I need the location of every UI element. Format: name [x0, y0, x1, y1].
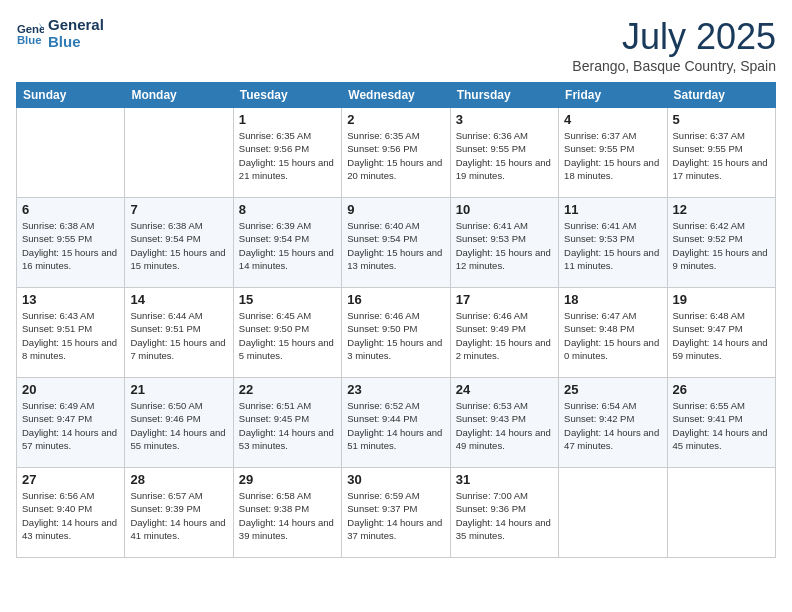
- day-info: Sunrise: 6:36 AMSunset: 9:55 PMDaylight:…: [456, 129, 553, 182]
- day-number: 13: [22, 292, 119, 307]
- day-info: Sunrise: 6:41 AMSunset: 9:53 PMDaylight:…: [456, 219, 553, 272]
- day-number: 6: [22, 202, 119, 217]
- weekday-header-friday: Friday: [559, 83, 667, 108]
- logo: General Blue General Blue: [16, 16, 104, 50]
- day-info: Sunrise: 6:52 AMSunset: 9:44 PMDaylight:…: [347, 399, 444, 452]
- month-title: July 2025: [572, 16, 776, 58]
- day-info: Sunrise: 6:47 AMSunset: 9:48 PMDaylight:…: [564, 309, 661, 362]
- calendar-week-3: 13Sunrise: 6:43 AMSunset: 9:51 PMDayligh…: [17, 288, 776, 378]
- calendar-cell: 28Sunrise: 6:57 AMSunset: 9:39 PMDayligh…: [125, 468, 233, 558]
- day-info: Sunrise: 7:00 AMSunset: 9:36 PMDaylight:…: [456, 489, 553, 542]
- day-info: Sunrise: 6:46 AMSunset: 9:50 PMDaylight:…: [347, 309, 444, 362]
- day-info: Sunrise: 6:35 AMSunset: 9:56 PMDaylight:…: [347, 129, 444, 182]
- day-info: Sunrise: 6:42 AMSunset: 9:52 PMDaylight:…: [673, 219, 770, 272]
- calendar-cell: 3Sunrise: 6:36 AMSunset: 9:55 PMDaylight…: [450, 108, 558, 198]
- day-info: Sunrise: 6:55 AMSunset: 9:41 PMDaylight:…: [673, 399, 770, 452]
- day-number: 20: [22, 382, 119, 397]
- day-number: 3: [456, 112, 553, 127]
- logo-text-blue: Blue: [48, 33, 104, 50]
- day-info: Sunrise: 6:44 AMSunset: 9:51 PMDaylight:…: [130, 309, 227, 362]
- weekday-header-sunday: Sunday: [17, 83, 125, 108]
- day-number: 28: [130, 472, 227, 487]
- calendar-cell: 5Sunrise: 6:37 AMSunset: 9:55 PMDaylight…: [667, 108, 775, 198]
- day-number: 17: [456, 292, 553, 307]
- title-block: July 2025 Berango, Basque Country, Spain: [572, 16, 776, 74]
- logo-icon: General Blue: [16, 19, 44, 47]
- day-info: Sunrise: 6:51 AMSunset: 9:45 PMDaylight:…: [239, 399, 336, 452]
- calendar-cell: 29Sunrise: 6:58 AMSunset: 9:38 PMDayligh…: [233, 468, 341, 558]
- day-number: 27: [22, 472, 119, 487]
- calendar-week-5: 27Sunrise: 6:56 AMSunset: 9:40 PMDayligh…: [17, 468, 776, 558]
- day-number: 25: [564, 382, 661, 397]
- calendar-cell: 12Sunrise: 6:42 AMSunset: 9:52 PMDayligh…: [667, 198, 775, 288]
- day-number: 4: [564, 112, 661, 127]
- day-info: Sunrise: 6:38 AMSunset: 9:55 PMDaylight:…: [22, 219, 119, 272]
- calendar-cell: 26Sunrise: 6:55 AMSunset: 9:41 PMDayligh…: [667, 378, 775, 468]
- day-number: 12: [673, 202, 770, 217]
- calendar-cell: [667, 468, 775, 558]
- calendar-cell: [125, 108, 233, 198]
- calendar-cell: 23Sunrise: 6:52 AMSunset: 9:44 PMDayligh…: [342, 378, 450, 468]
- calendar-cell: 21Sunrise: 6:50 AMSunset: 9:46 PMDayligh…: [125, 378, 233, 468]
- weekday-header-monday: Monday: [125, 83, 233, 108]
- day-info: Sunrise: 6:56 AMSunset: 9:40 PMDaylight:…: [22, 489, 119, 542]
- calendar-week-4: 20Sunrise: 6:49 AMSunset: 9:47 PMDayligh…: [17, 378, 776, 468]
- day-info: Sunrise: 6:48 AMSunset: 9:47 PMDaylight:…: [673, 309, 770, 362]
- day-number: 7: [130, 202, 227, 217]
- calendar-cell: 30Sunrise: 6:59 AMSunset: 9:37 PMDayligh…: [342, 468, 450, 558]
- calendar-cell: 24Sunrise: 6:53 AMSunset: 9:43 PMDayligh…: [450, 378, 558, 468]
- calendar-cell: [559, 468, 667, 558]
- day-info: Sunrise: 6:57 AMSunset: 9:39 PMDaylight:…: [130, 489, 227, 542]
- day-number: 26: [673, 382, 770, 397]
- day-number: 18: [564, 292, 661, 307]
- day-info: Sunrise: 6:50 AMSunset: 9:46 PMDaylight:…: [130, 399, 227, 452]
- calendar-week-1: 1Sunrise: 6:35 AMSunset: 9:56 PMDaylight…: [17, 108, 776, 198]
- day-number: 16: [347, 292, 444, 307]
- day-info: Sunrise: 6:37 AMSunset: 9:55 PMDaylight:…: [564, 129, 661, 182]
- day-number: 5: [673, 112, 770, 127]
- calendar-cell: 2Sunrise: 6:35 AMSunset: 9:56 PMDaylight…: [342, 108, 450, 198]
- calendar-cell: 15Sunrise: 6:45 AMSunset: 9:50 PMDayligh…: [233, 288, 341, 378]
- calendar-cell: 20Sunrise: 6:49 AMSunset: 9:47 PMDayligh…: [17, 378, 125, 468]
- day-info: Sunrise: 6:41 AMSunset: 9:53 PMDaylight:…: [564, 219, 661, 272]
- day-number: 30: [347, 472, 444, 487]
- day-info: Sunrise: 6:49 AMSunset: 9:47 PMDaylight:…: [22, 399, 119, 452]
- calendar-cell: 8Sunrise: 6:39 AMSunset: 9:54 PMDaylight…: [233, 198, 341, 288]
- day-info: Sunrise: 6:38 AMSunset: 9:54 PMDaylight:…: [130, 219, 227, 272]
- day-info: Sunrise: 6:54 AMSunset: 9:42 PMDaylight:…: [564, 399, 661, 452]
- day-number: 2: [347, 112, 444, 127]
- calendar-cell: 6Sunrise: 6:38 AMSunset: 9:55 PMDaylight…: [17, 198, 125, 288]
- svg-text:Blue: Blue: [17, 34, 42, 46]
- calendar-week-2: 6Sunrise: 6:38 AMSunset: 9:55 PMDaylight…: [17, 198, 776, 288]
- calendar-cell: 10Sunrise: 6:41 AMSunset: 9:53 PMDayligh…: [450, 198, 558, 288]
- day-info: Sunrise: 6:53 AMSunset: 9:43 PMDaylight:…: [456, 399, 553, 452]
- weekday-header-tuesday: Tuesday: [233, 83, 341, 108]
- calendar-cell: 4Sunrise: 6:37 AMSunset: 9:55 PMDaylight…: [559, 108, 667, 198]
- day-number: 22: [239, 382, 336, 397]
- day-number: 24: [456, 382, 553, 397]
- day-number: 19: [673, 292, 770, 307]
- day-number: 9: [347, 202, 444, 217]
- day-info: Sunrise: 6:46 AMSunset: 9:49 PMDaylight:…: [456, 309, 553, 362]
- calendar-cell: 19Sunrise: 6:48 AMSunset: 9:47 PMDayligh…: [667, 288, 775, 378]
- calendar-cell: 17Sunrise: 6:46 AMSunset: 9:49 PMDayligh…: [450, 288, 558, 378]
- page-header: General Blue General Blue July 2025 Bera…: [16, 16, 776, 74]
- calendar-cell: 13Sunrise: 6:43 AMSunset: 9:51 PMDayligh…: [17, 288, 125, 378]
- day-info: Sunrise: 6:58 AMSunset: 9:38 PMDaylight:…: [239, 489, 336, 542]
- weekday-header-row: SundayMondayTuesdayWednesdayThursdayFrid…: [17, 83, 776, 108]
- day-number: 29: [239, 472, 336, 487]
- day-info: Sunrise: 6:39 AMSunset: 9:54 PMDaylight:…: [239, 219, 336, 272]
- calendar-table: SundayMondayTuesdayWednesdayThursdayFrid…: [16, 82, 776, 558]
- day-number: 11: [564, 202, 661, 217]
- logo-text-general: General: [48, 16, 104, 33]
- calendar-cell: 22Sunrise: 6:51 AMSunset: 9:45 PMDayligh…: [233, 378, 341, 468]
- calendar-cell: 27Sunrise: 6:56 AMSunset: 9:40 PMDayligh…: [17, 468, 125, 558]
- day-number: 8: [239, 202, 336, 217]
- weekday-header-wednesday: Wednesday: [342, 83, 450, 108]
- calendar-cell: [17, 108, 125, 198]
- day-number: 10: [456, 202, 553, 217]
- calendar-cell: 11Sunrise: 6:41 AMSunset: 9:53 PMDayligh…: [559, 198, 667, 288]
- day-number: 1: [239, 112, 336, 127]
- calendar-cell: 1Sunrise: 6:35 AMSunset: 9:56 PMDaylight…: [233, 108, 341, 198]
- day-number: 21: [130, 382, 227, 397]
